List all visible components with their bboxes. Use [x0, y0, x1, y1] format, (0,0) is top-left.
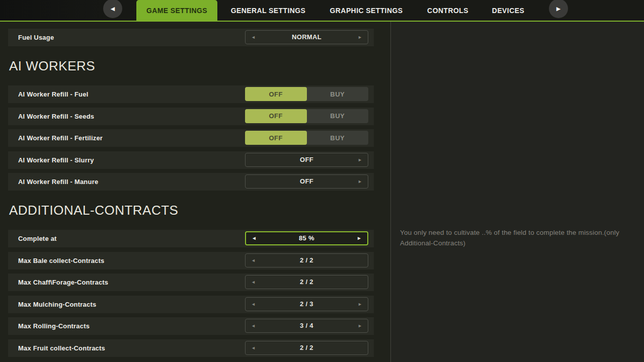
setting-help-text: You only need to cultivate ..% of the fi…: [400, 228, 640, 249]
stepper-next-icon[interactable]: ►: [358, 153, 362, 166]
setting-label: Max Mulching-Contracts: [18, 296, 96, 313]
stepper-value: 2 / 3: [246, 298, 368, 311]
stepper-next-icon[interactable]: ►: [358, 31, 362, 44]
tabs-next-button[interactable]: ▶: [549, 0, 568, 18]
refill-slurry-stepper[interactable]: ◄ OFF ►: [245, 153, 368, 167]
setting-label: Complete at: [18, 230, 57, 247]
max-fruit-stepper[interactable]: ◄ 2 / 2 ►: [245, 341, 368, 355]
setting-row-max-rolling-contracts: Max Rolling-Contracts ◄ 3 / 4 ►: [8, 317, 374, 335]
stepper-value: OFF: [246, 153, 368, 166]
tab-general-settings[interactable]: GENERAL SETTINGS: [231, 0, 306, 21]
toggle-buy-button[interactable]: BUY: [307, 131, 369, 145]
setting-label: AI Worker Refill - Manure: [18, 173, 98, 191]
tab-devices[interactable]: DEVICES: [492, 0, 524, 21]
stepper-next-icon[interactable]: ►: [357, 232, 362, 244]
setting-row-refill-seeds: AI Worker Refill - Seeds OFF BUY: [8, 108, 374, 125]
stepper-next-icon[interactable]: ►: [358, 319, 362, 332]
setting-label: Max Fruit collect-Contracts: [18, 339, 105, 357]
arrow-left-icon: ◀: [111, 6, 115, 12]
refill-manure-stepper[interactable]: ◄ OFF ►: [245, 174, 368, 189]
refill-fertilizer-toggle: OFF BUY: [245, 131, 368, 145]
setting-label: Max Bale collect-Contracts: [18, 252, 104, 269]
arrow-right-icon: ▶: [556, 6, 560, 12]
setting-row-refill-fuel: AI Worker Refill - Fuel OFF BUY: [8, 85, 374, 103]
stepper-value: 85 %: [246, 232, 367, 244]
fuel-usage-stepper[interactable]: ◄ NORMAL ►: [245, 30, 368, 44]
tab-label: GAME SETTINGS: [146, 7, 207, 15]
toggle-buy-button[interactable]: BUY: [307, 109, 369, 123]
tabs-prev-button[interactable]: ◀: [103, 0, 122, 18]
setting-row-fuel-usage: Fuel Usage ◄ NORMAL ►: [8, 29, 374, 46]
setting-label: Fuel Usage: [18, 29, 54, 46]
tab-graphic-settings[interactable]: GRAPHIC SETTINGS: [330, 0, 403, 21]
tab-label: CONTROLS: [427, 7, 468, 15]
setting-label: AI Worker Refill - Fertilizer: [18, 129, 103, 147]
max-rolling-stepper[interactable]: ◄ 3 / 4 ►: [245, 319, 368, 333]
setting-row-complete-at: Complete at ◄ 85 % ►: [8, 230, 374, 247]
refill-seeds-toggle: OFF BUY: [245, 109, 368, 123]
setting-label: Max Chaff\Forage-Contracts: [18, 274, 108, 291]
toggle-off-button[interactable]: OFF: [245, 109, 307, 123]
setting-row-max-mulching-contracts: Max Mulching-Contracts ◄ 2 / 3 ►: [8, 296, 374, 313]
setting-row-max-chaff-forage-contracts: Max Chaff\Forage-Contracts ◄ 2 / 2 ►: [8, 274, 374, 291]
refill-fuel-toggle: OFF BUY: [245, 87, 368, 101]
section-title-ai-workers: AI WORKERS: [9, 57, 374, 75]
toggle-buy-button[interactable]: BUY: [307, 87, 369, 101]
complete-at-stepper[interactable]: ◄ 85 % ►: [245, 231, 368, 245]
stepper-value: 2 / 2: [246, 341, 368, 354]
stepper-next-icon[interactable]: ►: [358, 175, 362, 188]
setting-row-refill-fertilizer: AI Worker Refill - Fertilizer OFF BUY: [8, 129, 374, 147]
stepper-value: NORMAL: [246, 31, 368, 44]
settings-tab-bar: ◀ GAME SETTINGS GENERAL SETTINGS GRAPHIC…: [0, 0, 644, 22]
help-panel: You only need to cultivate ..% of the fi…: [391, 22, 644, 362]
setting-label: AI Worker Refill - Slurry: [18, 151, 94, 169]
tab-label: DEVICES: [492, 7, 524, 15]
toggle-off-button[interactable]: OFF: [245, 87, 307, 101]
stepper-next-icon[interactable]: ►: [358, 298, 362, 311]
tab-label: GRAPHIC SETTINGS: [330, 7, 403, 15]
setting-row-refill-manure: AI Worker Refill - Manure ◄ OFF ►: [8, 173, 374, 191]
stepper-value: 3 / 4: [246, 319, 368, 332]
section-title-additional-contracts: ADDITIONAL-CONTRACTS: [9, 201, 374, 219]
toggle-off-button[interactable]: OFF: [245, 131, 307, 145]
stepper-value: 2 / 2: [246, 276, 368, 289]
setting-row-max-fruit-contracts: Max Fruit collect-Contracts ◄ 2 / 2 ►: [8, 339, 374, 357]
max-bale-stepper[interactable]: ◄ 2 / 2 ►: [245, 253, 368, 267]
setting-row-refill-slurry: AI Worker Refill - Slurry ◄ OFF ►: [8, 151, 374, 169]
tab-controls[interactable]: CONTROLS: [427, 0, 468, 21]
stepper-value: 2 / 2: [246, 254, 368, 267]
stepper-value: OFF: [246, 175, 368, 188]
setting-label: AI Worker Refill - Fuel: [18, 85, 88, 103]
setting-label: Max Rolling-Contracts: [18, 317, 90, 335]
tab-game-settings[interactable]: GAME SETTINGS: [136, 0, 217, 21]
setting-label: AI Worker Refill - Seeds: [18, 108, 94, 125]
setting-row-max-bale-contracts: Max Bale collect-Contracts ◄ 2 / 2 ►: [8, 252, 374, 269]
max-mulching-stepper[interactable]: ◄ 2 / 3 ►: [245, 297, 368, 311]
settings-content: Fuel Usage ◄ NORMAL ► AI WORKERS AI Work…: [0, 22, 644, 362]
tab-label: GENERAL SETTINGS: [231, 7, 306, 15]
max-chaff-forage-stepper[interactable]: ◄ 2 / 2 ►: [245, 275, 368, 289]
settings-list-panel: Fuel Usage ◄ NORMAL ► AI WORKERS AI Work…: [0, 22, 391, 362]
